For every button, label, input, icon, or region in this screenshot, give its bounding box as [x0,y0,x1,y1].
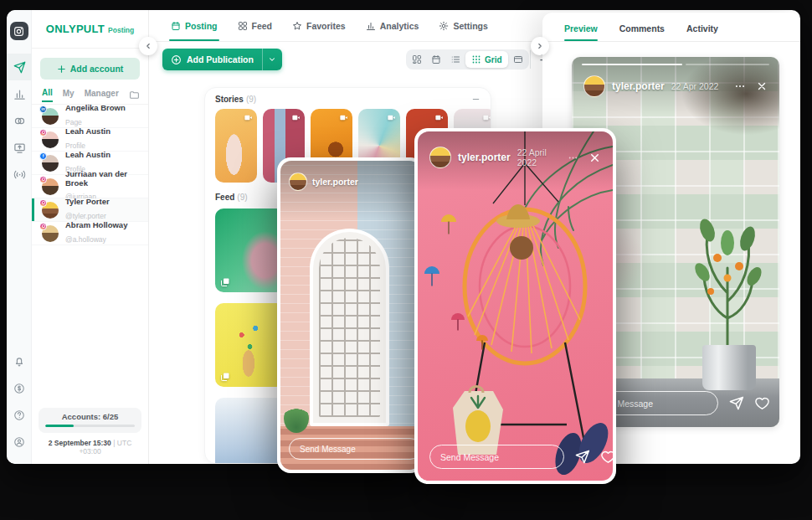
close-icon[interactable] [588,152,601,164]
monitor-share-icon [13,142,26,154]
collapse-panel-button[interactable] [531,37,549,55]
frame-view-icon [513,54,523,64]
list-view-icon [450,54,460,64]
filter-tab-all[interactable]: All [42,88,53,102]
tab-feed[interactable]: Feed [238,10,273,41]
tab-preview[interactable]: Preview [564,23,598,41]
account-name: Tyler Porter [65,198,110,207]
calendar-view-icon [431,54,441,64]
plus-icon [57,64,66,74]
paper-plane-icon [13,61,26,74]
avatar: f [42,155,59,172]
story-thumbnail[interactable] [215,109,257,183]
send-icon[interactable] [728,395,744,411]
feed-count: (9) [237,193,247,202]
icon-rail [7,10,32,464]
rail-help-item[interactable] [7,402,32,429]
rail-broadcast-item[interactable] [7,161,32,188]
carousel-badge-icon [220,277,230,287]
heart-icon[interactable] [754,395,770,411]
toolbar-divider [530,50,531,69]
account-row[interactable]: in Angelika BrownPage [32,105,148,128]
rail-billing-item[interactable] [7,375,32,402]
door-illustration [310,229,389,426]
tab-analytics[interactable]: Analytics [366,10,419,41]
billing-icon [13,383,25,394]
more-icon[interactable] [734,80,746,92]
rail-stats-item[interactable] [7,80,32,107]
current-datetime: 2 September 15:30 [49,439,111,447]
accounts-usage-card: Accounts: 6/25 [39,408,141,433]
feed-title: Feed [215,193,234,202]
send-message-input[interactable] [289,438,420,460]
rail-links-item[interactable] [7,107,32,134]
avatar [42,178,59,195]
logo-text: ONLYPULT [46,23,105,35]
rail-posting-item[interactable] [7,54,32,80]
story-username: tyler.porter [612,80,665,92]
stories-title: Stories [215,95,244,104]
story-progressbar [582,64,769,65]
instagram-app-icon[interactable] [10,22,28,40]
story-modal-back: tyler.porter [277,157,424,473]
video-badge-icon [339,113,348,122]
video-badge-icon [244,113,253,122]
account-row[interactable]: Jurriaan van der Broek@jurriaan [32,175,148,198]
account-row[interactable]: Abram Holloway@a.holloway [32,222,148,245]
datetime-row: 2 September 15:30 | UTC +03:00 [39,439,141,456]
tab-favorites[interactable]: Favorites [292,10,346,41]
account-name: Angelika Brown [65,104,126,113]
board-view-icon [412,54,422,64]
usage-progressbar [45,425,135,427]
filter-tab-my[interactable]: My [63,89,75,101]
story-footer [418,445,613,469]
stories-count: (9) [246,95,256,104]
frame-view-button[interactable] [509,51,527,68]
instagram-badge-icon [39,199,47,207]
story-avatar [429,147,451,168]
story-avatar [289,172,307,191]
rail-notifications-item[interactable] [7,348,32,375]
instagram-badge-icon [39,223,47,230]
tab-activity[interactable]: Activity [686,23,718,41]
collapse-sidebar-button[interactable] [139,37,157,55]
account-row[interactable]: Leah AustinProfile [32,128,148,152]
grid-view-button[interactable]: Grid [465,51,508,68]
filter-tab-manager[interactable]: Manager [85,89,119,101]
account-name: Leah Austin [65,151,110,160]
heart-icon[interactable] [600,449,613,465]
add-publication-button[interactable]: Add Publication [162,49,282,70]
plant-illustration [677,193,778,368]
board-view-button[interactable] [408,51,426,68]
calendar-view-button[interactable] [427,51,445,68]
list-view-button[interactable] [446,51,465,68]
minus-icon[interactable] [471,95,481,104]
add-account-button[interactable]: Add account [40,58,140,80]
send-icon[interactable] [574,449,590,465]
tab-posting[interactable]: Posting [171,10,218,41]
feed-post[interactable] [215,209,285,292]
rail-account-item[interactable] [7,429,32,456]
chevron-right-icon [536,42,544,50]
feed-post[interactable] [215,303,285,387]
tab-comments[interactable]: Comments [619,23,665,41]
page: ONLYPULT Posting Add account All My Mana… [0,0,812,520]
tab-settings[interactable]: Settings [439,10,487,41]
avatar: in [42,108,59,125]
more-icon[interactable] [568,152,578,163]
folder-icon[interactable] [129,90,140,100]
close-icon[interactable] [756,80,768,92]
stats-icon [13,88,26,100]
account-row-selected[interactable]: Tyler Porter@tyler.porter [32,198,148,222]
preview-panel-tabs: Preview Comments Activity [542,13,800,42]
avatar [42,202,59,219]
account-list: in Angelika BrownPage Leah AustinProfile… [32,105,148,245]
story-header: tyler.porter 22 Apr 2022 [572,75,779,97]
account-subtitle: Page [65,118,82,126]
feed-post[interactable] [215,398,285,464]
instagram-badge-icon [39,129,47,136]
send-message-input[interactable] [429,445,564,469]
rail-monitor-item[interactable] [7,134,32,161]
add-publication-caret[interactable] [262,49,282,70]
calendar-icon [171,21,181,31]
